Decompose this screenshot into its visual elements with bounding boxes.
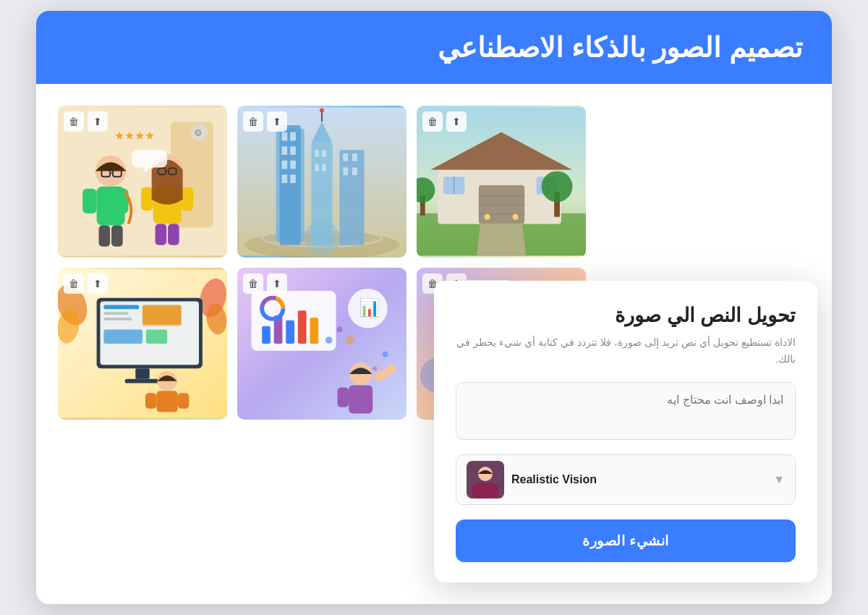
svg-rect-85 bbox=[146, 330, 167, 344]
svg-rect-9 bbox=[99, 225, 111, 246]
svg-rect-30 bbox=[280, 125, 301, 245]
svg-rect-36 bbox=[290, 161, 296, 169]
svg-rect-106 bbox=[337, 387, 349, 407]
svg-point-88 bbox=[157, 371, 176, 391]
svg-rect-44 bbox=[339, 150, 364, 245]
svg-rect-7 bbox=[82, 189, 97, 213]
svg-rect-45 bbox=[343, 153, 348, 161]
svg-rect-105 bbox=[349, 386, 373, 414]
svg-rect-46 bbox=[352, 153, 357, 161]
svg-text:⚙: ⚙ bbox=[194, 128, 203, 138]
svg-rect-47 bbox=[343, 168, 348, 176]
svg-point-112 bbox=[373, 366, 377, 370]
chevron-down-icon: ▼ bbox=[773, 473, 785, 486]
gallery-item-overlay-3: 🗑 ⬆ bbox=[422, 111, 467, 132]
svg-point-108 bbox=[326, 336, 333, 344]
svg-rect-134 bbox=[488, 484, 498, 497]
gallery-item-couple: ★★★★ ⚙ bbox=[58, 106, 227, 258]
model-thumbnail bbox=[467, 461, 504, 499]
svg-rect-89 bbox=[157, 391, 178, 412]
svg-rect-94 bbox=[262, 326, 271, 344]
svg-rect-97 bbox=[298, 310, 307, 344]
gallery-item-laptop: 🗑 ⬆ bbox=[58, 268, 227, 420]
panel-title: تحويل النص الي صورة bbox=[456, 304, 796, 327]
model-selector[interactable]: ▼ Realistic Vision bbox=[456, 454, 796, 505]
svg-rect-48 bbox=[352, 168, 357, 176]
gallery-item-overlay-2: 🗑 ⬆ bbox=[243, 111, 287, 132]
upload-btn-1[interactable]: ⬆ bbox=[88, 111, 108, 132]
app-container: تصميم الصور بالذكاء الاصطناعي ★★★★ ⚙ bbox=[36, 11, 832, 604]
svg-rect-98 bbox=[310, 318, 318, 344]
upload-btn-5[interactable]: ⬆ bbox=[267, 273, 287, 294]
header: تصميم الصور بالذكاء الاصطناعي bbox=[36, 11, 832, 84]
gallery-item-tech: 📊 🗑 ⬆ bbox=[237, 268, 407, 420]
gallery-item-overlay-4: 🗑 ⬆ bbox=[64, 273, 108, 294]
svg-point-70 bbox=[485, 214, 490, 220]
text-to-image-panel: تحويل النص الي صورة الاداة تستطيع تحويل … bbox=[434, 281, 817, 582]
svg-rect-38 bbox=[290, 174, 296, 183]
svg-point-50 bbox=[320, 109, 324, 113]
gallery-item-house: 🗑 ⬆ bbox=[417, 106, 586, 258]
panel-subtitle: الاداة تستطيع تحويل أي نص تريد إلى صورة،… bbox=[456, 334, 796, 368]
svg-rect-43 bbox=[322, 164, 326, 171]
gallery-item-overlay: 🗑 ⬆ bbox=[64, 111, 108, 132]
svg-rect-96 bbox=[286, 321, 294, 344]
delete-btn-2[interactable]: 🗑 bbox=[243, 111, 263, 132]
gallery-item-overlay-5: 🗑 ⬆ bbox=[243, 273, 287, 294]
svg-rect-34 bbox=[290, 146, 296, 155]
svg-rect-42 bbox=[315, 164, 319, 171]
svg-text:★★★★: ★★★★ bbox=[114, 130, 155, 142]
svg-point-67 bbox=[542, 171, 573, 202]
svg-rect-86 bbox=[135, 368, 150, 379]
svg-point-109 bbox=[336, 327, 342, 333]
svg-rect-10 bbox=[111, 225, 123, 246]
delete-btn-1[interactable]: 🗑 bbox=[64, 111, 84, 132]
svg-rect-18 bbox=[156, 224, 167, 245]
svg-text:📊: 📊 bbox=[359, 297, 380, 318]
svg-rect-81 bbox=[103, 318, 132, 321]
delete-btn-4[interactable]: 🗑 bbox=[64, 273, 84, 294]
svg-rect-16 bbox=[141, 187, 153, 211]
svg-rect-87 bbox=[125, 379, 161, 383]
svg-rect-17 bbox=[182, 187, 194, 211]
svg-rect-84 bbox=[103, 330, 142, 344]
svg-rect-23 bbox=[132, 150, 167, 167]
upload-btn-3[interactable]: ⬆ bbox=[446, 111, 467, 132]
svg-rect-80 bbox=[103, 312, 128, 315]
svg-rect-133 bbox=[472, 484, 482, 497]
svg-rect-19 bbox=[168, 224, 179, 245]
svg-rect-37 bbox=[281, 174, 287, 183]
svg-rect-83 bbox=[103, 325, 181, 327]
svg-rect-33 bbox=[281, 146, 287, 155]
svg-rect-91 bbox=[178, 393, 190, 408]
svg-rect-90 bbox=[145, 393, 157, 408]
model-name-label: Realistic Vision bbox=[511, 473, 597, 486]
upload-btn-4[interactable]: ⬆ bbox=[88, 273, 108, 294]
svg-rect-31 bbox=[281, 132, 287, 141]
svg-point-111 bbox=[383, 352, 388, 357]
svg-point-71 bbox=[513, 214, 519, 220]
svg-point-51 bbox=[305, 221, 340, 256]
gallery-item-city: 🗑 ⬆ bbox=[237, 106, 407, 258]
svg-rect-40 bbox=[315, 150, 319, 157]
svg-rect-82 bbox=[142, 305, 182, 326]
page-title: تصميم الصور بالذكاء الاصطناعي bbox=[65, 31, 803, 64]
svg-point-110 bbox=[346, 336, 354, 344]
svg-point-104 bbox=[349, 362, 372, 385]
svg-rect-32 bbox=[290, 132, 296, 141]
svg-rect-79 bbox=[103, 305, 139, 309]
generate-button[interactable]: انشيء الصورة bbox=[456, 519, 796, 562]
svg-rect-41 bbox=[322, 150, 326, 157]
svg-rect-35 bbox=[281, 161, 287, 169]
delete-btn-3[interactable]: 🗑 bbox=[422, 111, 443, 132]
delete-btn-5[interactable]: 🗑 bbox=[243, 273, 263, 294]
prompt-textarea[interactable] bbox=[456, 382, 796, 440]
upload-btn-2[interactable]: ⬆ bbox=[267, 111, 287, 132]
model-selector-left: Realistic Vision bbox=[467, 461, 597, 499]
